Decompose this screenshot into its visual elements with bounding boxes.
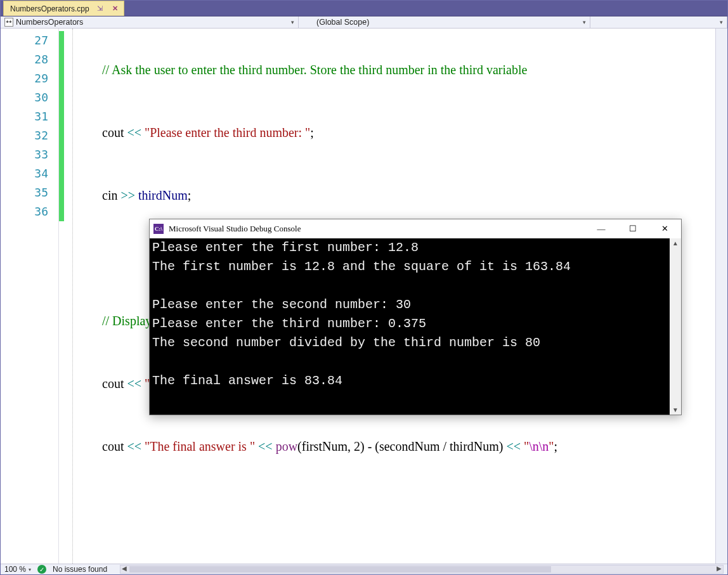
code-token: ; xyxy=(554,439,558,453)
code-editor[interactable]: 27 28 29 30 31 32 33 34 35 36 // Ask the… xyxy=(1,29,727,564)
code-token: cout xyxy=(77,126,124,139)
code-token: cin xyxy=(77,188,117,202)
document-tab-strip: NumbersOperators.cpp ⇲ ✕ xyxy=(1,1,727,16)
status-issues-text: No issues found xyxy=(53,565,107,574)
code-token: "Please enter the third number: " xyxy=(145,126,310,139)
zoom-dropdown[interactable]: 100 % ▾ xyxy=(4,565,31,574)
chevron-down-icon: ▾ xyxy=(579,19,586,25)
line-number: 33 xyxy=(1,145,48,164)
code-token: ; xyxy=(188,188,192,202)
code-token: cout xyxy=(77,377,124,391)
code-token: << xyxy=(503,439,524,453)
line-number: 30 xyxy=(1,88,48,107)
code-comment: // Ask the user to enter the third numbe… xyxy=(77,63,527,77)
status-bar: 100 % ▾ ✓ No issues found ◀ ▶ xyxy=(1,564,727,574)
scroll-right-icon[interactable]: ▶ xyxy=(717,565,722,572)
chevron-down-icon: ▾ xyxy=(287,19,294,25)
status-ok-icon: ✓ xyxy=(37,565,46,574)
code-token: << xyxy=(124,377,145,391)
code-token: ; xyxy=(310,126,314,139)
console-scrollbar[interactable]: ▲ ▼ xyxy=(670,238,681,415)
close-icon[interactable]: ✕ xyxy=(111,4,120,13)
code-token: << xyxy=(124,126,145,139)
console-output[interactable]: Please enter the first number: 12.8 The … xyxy=(150,238,670,415)
horizontal-scrollbar[interactable]: ◀ ▶ xyxy=(120,565,724,574)
line-number: 35 xyxy=(1,183,48,202)
code-token: thirdNum xyxy=(138,188,188,202)
scope-member-dropdown[interactable]: ▾ xyxy=(590,16,727,28)
window-root: NumbersOperators.cpp ⇲ ✕ ++ NumbersOpera… xyxy=(0,0,728,575)
maximize-button[interactable]: ☐ xyxy=(624,222,642,236)
outline-column xyxy=(64,29,73,564)
code-token: (firstNum, xyxy=(297,439,354,453)
code-token: " xyxy=(549,439,554,453)
scope-scope-dropdown[interactable]: (Global Scope) ▾ xyxy=(299,16,590,28)
close-button[interactable]: ✕ xyxy=(656,222,673,236)
cpp-project-icon: ++ xyxy=(4,18,13,27)
code-token: << xyxy=(124,439,145,453)
console-body: Please enter the first number: 12.8 The … xyxy=(150,238,681,415)
document-tab-filename: NumbersOperators.cpp xyxy=(10,4,89,13)
scope-project-dropdown[interactable]: ++ NumbersOperators ▾ xyxy=(1,16,299,28)
scrollbar-thumb[interactable] xyxy=(129,566,551,572)
line-number: 29 xyxy=(1,69,48,88)
code-token: " xyxy=(524,439,529,453)
code-token: << xyxy=(255,439,276,453)
chevron-down-icon: ▾ xyxy=(29,567,31,572)
code-token: \n\n xyxy=(529,439,549,453)
debug-console-window[interactable]: C:\ Microsoft Visual Studio Debug Consol… xyxy=(149,219,682,415)
chevron-down-icon: ▾ xyxy=(716,19,723,25)
scroll-down-icon[interactable]: ▼ xyxy=(672,406,679,413)
document-tab-numbersoperators[interactable]: NumbersOperators.cpp ⇲ ✕ xyxy=(3,1,124,16)
line-number: 31 xyxy=(1,107,48,126)
console-titlebar[interactable]: C:\ Microsoft Visual Studio Debug Consol… xyxy=(150,219,681,238)
code-token: cout xyxy=(77,439,124,453)
scope-project-label: NumbersOperators xyxy=(16,18,83,27)
code-token: pow xyxy=(276,439,297,453)
code-token: ) - (secondNum / thirdNum) xyxy=(360,439,504,453)
scope-scope-label: (Global Scope) xyxy=(316,18,369,27)
line-number: 32 xyxy=(1,126,48,145)
code-token: 2 xyxy=(354,439,360,453)
zoom-label: 100 % xyxy=(4,565,26,574)
console-app-icon: C:\ xyxy=(153,224,164,234)
line-number-gutter: 27 28 29 30 31 32 33 34 35 36 xyxy=(1,29,59,564)
code-surface[interactable]: // Ask the user to enter the third numbe… xyxy=(73,29,716,564)
console-title-text: Microsoft Visual Studio Debug Console xyxy=(169,224,301,234)
code-token: >> xyxy=(117,188,138,202)
change-track xyxy=(59,29,64,564)
scroll-up-icon[interactable]: ▲ xyxy=(672,240,679,247)
scroll-left-icon[interactable]: ◀ xyxy=(122,565,127,572)
code-token: "The final answer is " xyxy=(145,439,255,453)
line-number: 27 xyxy=(1,31,48,50)
line-number: 28 xyxy=(1,50,48,69)
line-number: 36 xyxy=(1,202,48,221)
scope-bar: ++ NumbersOperators ▾ (Global Scope) ▾ ▾ xyxy=(1,16,727,29)
line-number: 34 xyxy=(1,164,48,183)
pin-icon[interactable]: ⇲ xyxy=(96,4,105,13)
minimize-button[interactable]: — xyxy=(592,222,610,236)
